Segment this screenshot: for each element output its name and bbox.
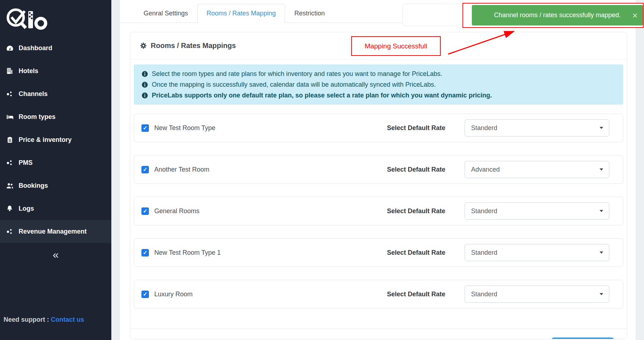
sidebar-item-room-types[interactable]: Room types: [0, 105, 111, 128]
sidebar-item-label: Bookings: [19, 182, 48, 190]
room-checkbox[interactable]: ✓: [141, 207, 149, 215]
chevron-down-icon: [600, 252, 603, 254]
qlo-logo-icon: [4, 6, 49, 32]
info-icon: [141, 81, 148, 88]
room-row: ✓ Luxury Room Select Default Rate Stande…: [134, 280, 623, 308]
room-checkbox[interactable]: ✓: [141, 124, 149, 132]
bookings-icon: [5, 181, 14, 190]
default-rate-select[interactable]: Standerd: [465, 286, 609, 303]
chevron-down-icon: [600, 293, 603, 295]
select-default-rate-label: Select Default Rate: [387, 291, 445, 298]
close-icon[interactable]: ×: [632, 12, 638, 19]
annotation-note-box: Mapping Successfull: [351, 36, 441, 56]
chevron-down-icon: [600, 127, 603, 129]
sidebar-item-label: Room types: [19, 113, 55, 121]
annotation-text: Mapping Successfull: [365, 42, 427, 50]
tab-restriction[interactable]: Restriction: [285, 4, 334, 23]
sidebar: Dashboard Hotels Channels Room types Pri…: [0, 0, 111, 340]
sidebar-item-label: Price & inventory: [19, 136, 72, 144]
save-mapping-button[interactable]: Save mapping: [552, 337, 614, 339]
info-text: Select the room types and rate plans for…: [152, 69, 442, 78]
default-rate-select[interactable]: Standerd: [465, 119, 609, 137]
selected-rate-value: Standerd: [471, 124, 497, 132]
room-checkbox[interactable]: ✓: [141, 249, 149, 257]
check-icon: ✓: [143, 249, 147, 256]
rooms-rates-mappings-card: Rooms / Rates Mappings Select the room t…: [130, 32, 627, 339]
sidebar-item-dashboard[interactable]: Dashboard: [0, 37, 111, 59]
default-rate-select[interactable]: Standerd: [465, 244, 609, 261]
info-alert: Select the room types and rate plans for…: [134, 64, 623, 105]
selected-rate-value: Standerd: [471, 291, 497, 298]
default-rate-select[interactable]: Standerd: [465, 202, 609, 220]
room-checkbox[interactable]: ✓: [141, 166, 149, 173]
room-name: New Test Room Type: [154, 124, 215, 132]
info-icon: [141, 92, 148, 99]
check-icon: ✓: [143, 125, 147, 131]
card-body: Select the room types and rate plans for…: [130, 59, 627, 329]
toast-message: Channel rooms / rates successfully mappe…: [494, 11, 621, 19]
room-name: New Test Room Type 1: [154, 249, 221, 257]
info-alert-line: Once the mapping is successfully saved, …: [141, 80, 616, 89]
info-text: Once the mapping is successfully saved, …: [152, 80, 436, 89]
sidebar-item-revenue-management[interactable]: Revenue Management: [0, 220, 111, 243]
select-default-rate-label: Select Default Rate: [387, 207, 445, 215]
sidebar-item-pms[interactable]: PMS: [0, 151, 111, 174]
contact-us-link[interactable]: Contact us: [51, 316, 84, 323]
sidebar-item-label: Logs: [19, 205, 34, 212]
select-default-rate-label: Select Default Rate: [387, 249, 445, 257]
qlo-logo[interactable]: [0, 0, 111, 33]
select-default-rate-label: Select Default Rate: [387, 166, 445, 173]
tab-general-settings[interactable]: Genral Settings: [134, 4, 197, 23]
sidebar-nav: Dashboard Hotels Channels Room types Pri…: [0, 37, 111, 243]
room-types-icon: [5, 112, 14, 121]
check-icon: ✓: [143, 166, 147, 173]
support-text: Need support :: [4, 316, 49, 323]
chevron-down-icon: [600, 168, 603, 171]
revenue-management-icon: [5, 227, 14, 236]
card-title: Rooms / Rates Mappings: [151, 42, 236, 50]
info-icon: [141, 71, 148, 77]
support-row: Need support : Contact us: [4, 316, 84, 324]
sidebar-item-channels[interactable]: Channels: [0, 82, 111, 105]
room-row: ✓ New Test Room Type 1 Select Default Ra…: [134, 238, 623, 267]
room-name: Another Test Room: [154, 166, 209, 173]
room-row: ✓ New Test Room Type Select Default Rate…: [134, 114, 623, 142]
sidebar-collapse-button[interactable]: «: [0, 249, 111, 260]
logs-icon: [5, 204, 14, 213]
sidebar-item-label: Channels: [19, 90, 48, 98]
selected-rate-value: Standerd: [471, 249, 497, 257]
tab-rooms-rates-mapping[interactable]: Rooms / Rates Mapping: [197, 4, 285, 23]
info-alert-line: PriceLabs supports only one default rate…: [141, 91, 616, 100]
info-text: PriceLabs supports only one default rate…: [152, 91, 492, 100]
select-default-rate-label: Select Default Rate: [387, 124, 445, 132]
sidebar-item-hotels[interactable]: Hotels: [0, 59, 111, 82]
sidebar-item-label: Dashboard: [19, 44, 52, 52]
collapse-chevrons-icon: «: [53, 249, 59, 260]
default-rate-select[interactable]: Advanced: [465, 161, 609, 178]
selected-rate-value: Standerd: [471, 207, 497, 215]
room-name: Luxury Room: [154, 291, 193, 298]
sidebar-item-logs[interactable]: Logs: [0, 197, 111, 220]
gear-icon: [140, 42, 147, 49]
dashboard-icon: [5, 44, 14, 52]
check-icon: ✓: [143, 208, 147, 214]
pms-icon: [5, 158, 14, 167]
room-checkbox[interactable]: ✓: [141, 291, 149, 298]
check-icon: ✓: [143, 291, 147, 297]
success-toast: Channel rooms / rates successfully mappe…: [472, 5, 643, 25]
selected-rate-value: Advanced: [471, 166, 500, 173]
sidebar-item-label: Hotels: [19, 67, 38, 75]
chevron-down-icon: [600, 210, 603, 212]
sidebar-item-bookings[interactable]: Bookings: [0, 174, 111, 197]
channels-icon: [5, 90, 14, 98]
price-inventory-icon: [5, 135, 14, 144]
sidebar-item-label: PMS: [19, 159, 33, 167]
room-row: ✓ General Rooms Select Default Rate Stan…: [134, 197, 623, 225]
sidebar-item-price-inventory[interactable]: Price & inventory: [0, 128, 111, 151]
info-alert-line: Select the room types and rate plans for…: [141, 69, 616, 78]
card-footer: Save mapping: [130, 329, 627, 339]
room-name: General Rooms: [154, 207, 199, 215]
room-row: ✓ Another Test Room Select Default Rate …: [134, 155, 623, 184]
hotels-icon: [5, 67, 14, 75]
sidebar-item-label: Revenue Management: [19, 228, 87, 235]
